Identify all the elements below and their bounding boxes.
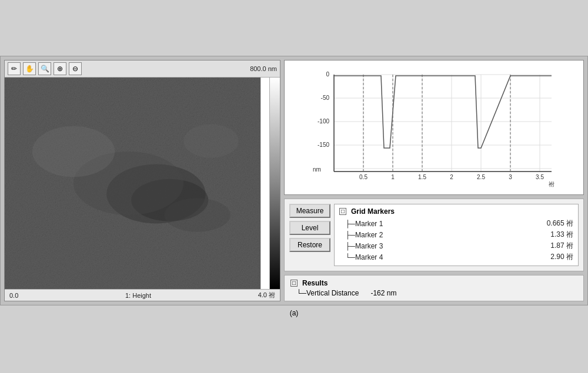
list-item: ├─ Marker 1 0.665 祔 [345, 218, 573, 229]
marker-4-label: Marker 4 [355, 253, 383, 261]
footer-center: 1: Height [125, 292, 151, 299]
list-item: └─ Marker 4 2.90 祔 [345, 251, 573, 263]
figure-caption: (a) [290, 309, 299, 317]
image-footer: 0.0 1: Height 4.0 祔 [5, 289, 280, 301]
svg-text:0.5: 0.5 [359, 174, 368, 180]
controls-panel: Measure Level Restore □ Grid Markers ├─ … [284, 199, 584, 271]
marker-1-label: Marker 1 [355, 220, 383, 228]
measure-button[interactable]: Measure [289, 204, 330, 218]
svg-text:3: 3 [509, 174, 512, 180]
image-panel: ✏ ✋ 🔍 ⊕ ⊖ 800.0 nm [4, 60, 280, 301]
pointer-tool[interactable]: ✏ [8, 62, 21, 75]
results-expand-icon[interactable]: □ [290, 280, 298, 287]
level-button[interactable]: Level [289, 221, 330, 235]
svg-text:1: 1 [391, 174, 395, 180]
marker-3-value: 1.87 祔 [550, 241, 573, 251]
svg-text:祔: 祔 [549, 181, 554, 187]
svg-text:nm: nm [313, 166, 321, 173]
zoom-in-tool[interactable]: ⊕ [54, 62, 66, 75]
svg-text:0: 0 [326, 71, 329, 78]
svg-text:-50: -50 [321, 95, 330, 101]
results-title: □ Results [290, 279, 577, 287]
svg-text:-100: -100 [318, 118, 329, 125]
svg-text:2.5: 2.5 [477, 174, 485, 180]
list-item: ├─ Marker 2 1.33 祔 [345, 229, 573, 240]
svg-text:2: 2 [450, 174, 453, 180]
svg-point-5 [164, 198, 230, 232]
footer-right: 4.0 祔 [258, 291, 275, 300]
results-panel: □ Results └─ Vertical Distance -162 nm [284, 275, 584, 301]
markers-title: □ Grid Markers [339, 207, 573, 216]
caption-text: (a) [290, 309, 299, 317]
hand-tool[interactable]: ✋ [23, 62, 36, 75]
right-panel: 0 -50 -100 -150 nm 0.5 1 1.5 2 2.5 3 3.5… [284, 60, 584, 301]
svg-text:3.5: 3.5 [536, 174, 544, 180]
markers-title-text: Grid Markers [351, 207, 395, 216]
result-row: └─ Vertical Distance -162 nm [296, 289, 577, 297]
markers-col: □ Grid Markers ├─ Marker 1 0.665 祔 ├─ Ma… [334, 204, 579, 266]
marker-4-value: 2.90 祔 [550, 252, 573, 262]
footer-left: 0.0 [9, 292, 18, 299]
zoom-out-tool[interactable]: ⊖ [69, 62, 82, 75]
vertical-distance-value: -162 nm [370, 289, 396, 297]
result-dash: └─ [296, 289, 306, 297]
graph-svg: 0 -50 -100 -150 nm 0.5 1 1.5 2 2.5 3 3.5… [287, 63, 581, 192]
results-title-text: Results [302, 279, 328, 287]
vertical-distance-label: Vertical Distance [306, 289, 359, 297]
svg-text:1.5: 1.5 [418, 174, 426, 180]
marker-3-label: Marker 3 [355, 242, 383, 250]
svg-point-6 [32, 126, 115, 177]
restore-button[interactable]: Restore [289, 238, 330, 252]
buttons-col: Measure Level Restore [289, 204, 330, 266]
list-item: ├─ Marker 3 1.87 祔 [345, 240, 573, 251]
scale-label: 800.0 nm [250, 65, 277, 72]
marker-3-dash: ├─ [345, 242, 355, 250]
zoom-tool[interactable]: 🔍 [38, 62, 51, 75]
markers-expand-icon[interactable]: □ [339, 208, 346, 215]
svg-text:-150: -150 [318, 142, 329, 148]
svg-point-7 [183, 124, 239, 158]
marker-1-dash: ├─ [345, 220, 355, 228]
graph-panel: 0 -50 -100 -150 nm 0.5 1 1.5 2 2.5 3 3.5… [284, 60, 584, 195]
marker-2-dash: ├─ [345, 231, 355, 239]
colorbar [269, 78, 280, 289]
marker-1-value: 0.665 祔 [547, 219, 573, 228]
image-area[interactable] [5, 78, 280, 289]
main-panel: ✏ ✋ 🔍 ⊕ ⊖ 800.0 nm [0, 56, 588, 305]
toolbar: ✏ ✋ 🔍 ⊕ ⊖ 800.0 nm [5, 61, 280, 78]
marker-4-dash: └─ [345, 253, 355, 261]
marker-2-value: 1.33 祔 [550, 230, 573, 240]
marker-2-label: Marker 2 [355, 231, 383, 239]
svg-rect-9 [305, 63, 563, 192]
